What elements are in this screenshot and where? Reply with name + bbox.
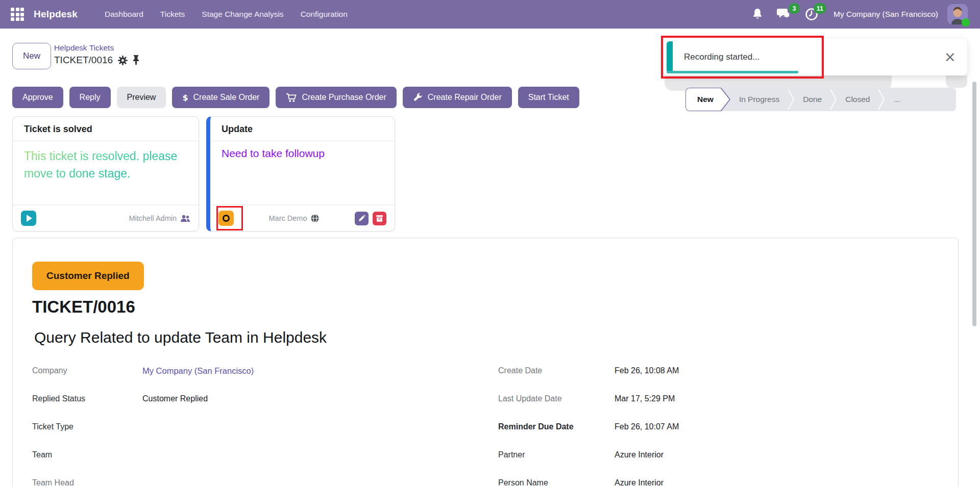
online-status-dot	[962, 18, 970, 27]
toast-message: Recording started...	[684, 52, 760, 62]
nav-item-stage-change-analysis[interactable]: Stage Change Analysis	[202, 10, 283, 19]
field-value[interactable]: Feb 26, 10:07 AM	[615, 422, 679, 431]
activities-badge: 11	[814, 3, 826, 14]
field-replied-status: Replied Status Customer Replied	[32, 393, 254, 405]
status-badge: Customer Replied	[32, 262, 144, 290]
archive-button[interactable]	[373, 212, 386, 225]
field-label: Create Date	[498, 366, 615, 375]
archive-icon	[376, 215, 383, 222]
field-ticket-type: Ticket Type	[32, 421, 254, 433]
field-label: Person Name	[498, 478, 615, 487]
approve-button[interactable]: Approve	[12, 87, 63, 108]
pencil-icon	[358, 215, 365, 222]
field-team-head: Team Head	[32, 477, 254, 487]
wrench-icon	[413, 93, 423, 102]
field-label: Last Update Date	[498, 394, 615, 403]
fields-left-column: Company My Company (San Francisco) Repli…	[32, 365, 254, 487]
field-label: Company	[32, 366, 142, 375]
messages-badge: 3	[789, 3, 800, 14]
field-label: Replied Status	[32, 394, 142, 403]
field-create-date: Create Date Feb 26, 10:08 AM	[498, 365, 679, 377]
play-icon	[27, 215, 32, 222]
field-value[interactable]: Azure Interior	[615, 450, 664, 459]
edit-button[interactable]	[355, 212, 369, 225]
start-ticket-button[interactable]: Start Ticket	[518, 87, 579, 108]
nav-right: 3 11 My Company (San Francisco)	[752, 0, 980, 29]
field-label: Team	[32, 450, 142, 459]
breadcrumb-parent-link[interactable]: Helpdesk Tickets	[54, 43, 139, 53]
field-value[interactable]: Feb 26, 10:08 AM	[615, 366, 679, 375]
toast-shadow-corner	[946, 75, 967, 88]
toast-progress-bar	[667, 71, 798, 73]
stage-more[interactable]: ...	[885, 88, 908, 111]
create-repair-order-button[interactable]: Create Repair Order	[403, 87, 512, 108]
company-switcher[interactable]: My Company (San Francisco)	[834, 10, 938, 19]
field-label: Partner	[498, 450, 615, 459]
bell-icon[interactable]	[752, 8, 763, 20]
chevron-right-icon	[830, 88, 837, 111]
nav-item-dashboard[interactable]: Dashboard	[105, 10, 143, 19]
pin-icon[interactable]	[133, 55, 139, 65]
field-partner: Partner Azure Interior	[498, 449, 679, 461]
messages-icon[interactable]: 3	[776, 8, 792, 21]
note-card-title: Ticket is solved	[13, 117, 199, 141]
field-label: Team Head	[32, 478, 142, 487]
stage-pipeline: New In Progress Done Closed ...	[685, 88, 956, 111]
note-author: Mitchell Admin	[129, 214, 177, 222]
stage-done[interactable]: Done	[795, 88, 830, 111]
note-card-body: This ticket is resolved. please move to …	[24, 147, 182, 182]
breadcrumb-current: TICKET/0016	[54, 55, 113, 66]
ticket-reference: TICKET/0016	[32, 297, 135, 317]
company-link[interactable]: My Company (San Francisco)	[142, 366, 254, 376]
nav-menu: Dashboard Tickets Stage Change Analysis …	[105, 0, 348, 29]
app-brand[interactable]: Helpdesk	[34, 0, 78, 29]
globe-icon	[310, 214, 320, 223]
field-last-update-date: Last Update Date Mar 17, 5:29 PM	[498, 393, 679, 405]
record-button[interactable]	[218, 211, 234, 226]
create-sale-order-button[interactable]: $ Create Sale Order	[172, 87, 270, 108]
reply-button[interactable]: Reply	[69, 87, 111, 108]
field-label: Ticket Type	[32, 422, 142, 431]
chevron-right-icon	[878, 88, 885, 111]
preview-button[interactable]: Preview	[117, 87, 166, 108]
top-navbar: Helpdesk Dashboard Tickets Stage Change …	[0, 0, 980, 29]
ticket-form-sheet: Customer Replied TICKET/0016 Query Relat…	[12, 238, 959, 487]
stage-new[interactable]: New	[685, 88, 721, 111]
ticket-subject[interactable]: Query Related to update Team in Helpdesk	[34, 329, 327, 346]
field-value[interactable]: Mar 17, 5:29 PM	[615, 394, 675, 403]
apps-grid-icon[interactable]	[11, 8, 24, 21]
field-person-name: Person Name Azure Interior	[498, 477, 679, 487]
field-value[interactable]: Customer Replied	[142, 394, 208, 403]
chevron-right-icon	[788, 88, 795, 111]
play-button[interactable]	[21, 211, 36, 226]
note-card-title: Update	[210, 117, 395, 141]
breadcrumb: Helpdesk Tickets TICKET/0016	[54, 43, 139, 66]
stage-in-progress[interactable]: In Progress	[731, 88, 788, 111]
vertical-scrollbar[interactable]	[972, 82, 976, 326]
field-label: Reminder Due Date	[498, 422, 615, 431]
user-avatar[interactable]	[947, 4, 968, 24]
field-team: Team	[32, 449, 254, 461]
field-reminder-due-date: Reminder Due Date Feb 26, 10:07 AM	[498, 421, 679, 433]
activities-clock-icon[interactable]: 11	[805, 8, 818, 21]
field-company: Company My Company (San Francisco)	[32, 365, 254, 377]
note-card-body: Need to take followup	[222, 147, 383, 160]
close-icon[interactable]: ×	[944, 50, 956, 64]
users-icon	[180, 214, 190, 222]
nav-item-configuration[interactable]: Configuration	[301, 10, 348, 19]
note-card-ticket-solved: Ticket is solved This ticket is resolved…	[12, 116, 199, 232]
toast-accent-bar	[667, 41, 673, 73]
create-purchase-order-button[interactable]: Create Purchase Order	[276, 87, 396, 108]
field-value[interactable]: Azure Interior	[615, 478, 664, 487]
recording-toast: Recording started... ×	[664, 39, 967, 75]
record-icon	[223, 215, 230, 222]
active-stage-arrow	[721, 88, 731, 111]
note-card-update: Update Need to take followup Marc Demo	[206, 116, 395, 232]
new-button[interactable]: New	[12, 43, 51, 69]
gear-icon[interactable]	[118, 56, 128, 65]
dollar-icon: $	[182, 93, 188, 102]
fields-right-column: Create Date Feb 26, 10:08 AM Last Update…	[498, 365, 679, 487]
stage-closed[interactable]: Closed	[837, 88, 878, 111]
nav-item-tickets[interactable]: Tickets	[160, 10, 185, 19]
cart-icon	[286, 93, 297, 102]
